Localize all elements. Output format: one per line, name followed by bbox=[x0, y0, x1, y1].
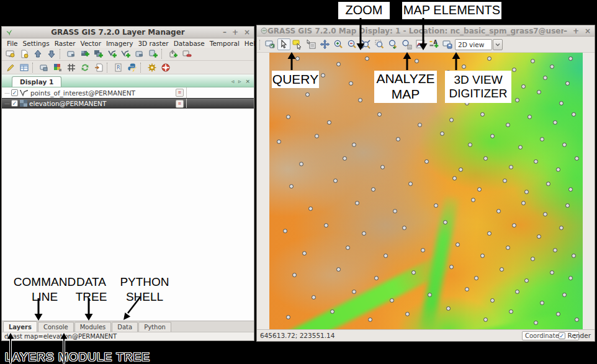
add-multiple-layers-button[interactable] bbox=[65, 48, 78, 60]
load-workspace-button[interactable] bbox=[45, 48, 58, 60]
map-display-window-icon bbox=[261, 27, 267, 34]
add-raster-button[interactable] bbox=[78, 48, 91, 60]
edit-vector-button[interactable] bbox=[4, 61, 17, 73]
layer-row-points-of-interest[interactable]: — ✓ points_of_interest@PERMANENT ≡ bbox=[2, 87, 254, 98]
menu-file[interactable]: File bbox=[4, 40, 20, 47]
poi-marker bbox=[474, 276, 478, 280]
layer-checkbox[interactable]: ✓ bbox=[11, 89, 18, 96]
previous-zoom-button[interactable] bbox=[387, 38, 400, 50]
poi-marker bbox=[324, 223, 328, 228]
add-raster-misc-button[interactable] bbox=[92, 48, 105, 60]
zoom-to-region-button[interactable] bbox=[373, 38, 386, 50]
toolbar-separator bbox=[140, 63, 143, 73]
add-vector-button[interactable] bbox=[105, 48, 119, 60]
menu-database[interactable]: Database bbox=[171, 40, 207, 47]
add-overlay-button[interactable] bbox=[146, 48, 159, 60]
layer-manager-toolbar-tools: R bbox=[2, 61, 254, 74]
render-map-button[interactable] bbox=[264, 38, 277, 50]
menu-raster[interactable]: Raster bbox=[52, 40, 78, 47]
pan-button[interactable] bbox=[318, 38, 331, 50]
menu-vector[interactable]: Vector bbox=[78, 40, 104, 47]
layer-label[interactable]: elevation@PERMANENT bbox=[29, 100, 106, 107]
composer-icon: R bbox=[114, 63, 123, 73]
arrow-up-icon bbox=[33, 49, 43, 59]
poi-marker bbox=[443, 220, 447, 224]
pointer-button[interactable] bbox=[277, 38, 290, 50]
display-tab[interactable]: Display 1 bbox=[12, 76, 61, 87]
layer-checkbox[interactable]: ✓ bbox=[11, 100, 18, 107]
delete-layer-button[interactable] bbox=[180, 48, 193, 60]
tab-layers[interactable]: Layers bbox=[3, 321, 37, 332]
zoom-in-button[interactable] bbox=[332, 38, 345, 50]
poi-marker bbox=[568, 56, 573, 61]
zoom-options-button[interactable] bbox=[400, 38, 413, 50]
cartographic-composer-button[interactable]: R bbox=[112, 61, 125, 73]
help-button[interactable] bbox=[159, 61, 172, 73]
poi-marker bbox=[446, 306, 451, 311]
tab-console[interactable]: Console bbox=[38, 322, 74, 332]
tree-branch: — bbox=[4, 90, 10, 96]
new-display-button[interactable] bbox=[37, 61, 50, 73]
map-elements-button[interactable]: A bbox=[428, 38, 441, 50]
open-workspace-button[interactable] bbox=[17, 48, 30, 60]
maximize-button[interactable]: + bbox=[232, 28, 238, 37]
display-close-button[interactable]: × bbox=[245, 78, 251, 84]
tab-modules[interactable]: Modules bbox=[74, 322, 112, 332]
layer-opacity-button[interactable]: ≡ bbox=[176, 100, 184, 108]
view-mode-dropdown-button[interactable] bbox=[493, 39, 503, 50]
poi-marker bbox=[390, 298, 394, 303]
georectify-button[interactable] bbox=[51, 61, 64, 73]
zoom-to-map-icon bbox=[361, 39, 371, 50]
close-button[interactable]: × bbox=[585, 27, 591, 35]
poi-marker bbox=[512, 223, 516, 228]
display-prev-button[interactable]: ◃ bbox=[231, 78, 236, 84]
poi-marker bbox=[299, 162, 303, 166]
tab-python[interactable]: Python bbox=[138, 322, 171, 332]
pencil-icon bbox=[6, 63, 16, 73]
run-script-button[interactable] bbox=[92, 61, 105, 73]
animation-icon bbox=[80, 63, 90, 73]
layer-opacity-button[interactable]: ≡ bbox=[176, 89, 184, 97]
zoom-out-button[interactable] bbox=[346, 38, 359, 50]
poi-marker bbox=[365, 56, 369, 61]
command-line-input[interactable]: d.rast map=elevation@PERMANENT bbox=[2, 332, 254, 340]
layer-label[interactable]: points_of_interest@PERMANENT bbox=[30, 89, 135, 97]
analyze-map-button[interactable] bbox=[414, 38, 427, 50]
poi-marker bbox=[286, 115, 290, 119]
close-button[interactable]: × bbox=[244, 28, 250, 37]
arrow-down-icon bbox=[47, 49, 56, 59]
graphical-modeler-button[interactable] bbox=[65, 61, 78, 73]
query-button[interactable] bbox=[291, 38, 304, 50]
select-features-button[interactable] bbox=[305, 38, 318, 50]
layer-row-elevation[interactable]: — ✓ elevation@PERMANENT ≡ bbox=[2, 98, 254, 109]
menu-settings[interactable]: Settings bbox=[20, 40, 52, 47]
zoom-to-map-button[interactable] bbox=[359, 38, 372, 50]
delete-layer-icon bbox=[182, 49, 192, 59]
map-display-title: GRASS GIS 7.2.0 Map Display: 1 - Locatio… bbox=[267, 27, 563, 35]
new-workspace-button[interactable] bbox=[4, 48, 17, 60]
attribute-table-button[interactable] bbox=[17, 61, 30, 73]
display-next-button[interactable]: ▹ bbox=[238, 78, 243, 84]
view-mode-select[interactable]: 2D view bbox=[455, 39, 492, 50]
menu-temporal[interactable]: Temporal bbox=[207, 40, 242, 47]
poi-marker bbox=[421, 248, 425, 252]
layer-manager-titlebar[interactable]: GRASS GIS 7.2.0 Layer Manager – + × bbox=[2, 27, 254, 38]
add-vector-misc-button[interactable] bbox=[119, 48, 132, 60]
poi-marker bbox=[565, 81, 570, 86]
maximize-button[interactable]: + bbox=[573, 27, 579, 35]
save-workspace-button[interactable] bbox=[31, 48, 44, 60]
minimize-button[interactable]: – bbox=[563, 27, 567, 35]
render-checkbox[interactable]: ✓ bbox=[559, 332, 565, 339]
animation-button[interactable] bbox=[78, 61, 91, 73]
python-console-button[interactable] bbox=[125, 61, 138, 73]
save-display-button[interactable] bbox=[441, 38, 454, 50]
settings-button[interactable] bbox=[145, 61, 158, 73]
menu-3d-raster[interactable]: 3D raster bbox=[135, 40, 171, 47]
poi-marker bbox=[312, 295, 316, 300]
import-data-button[interactable] bbox=[166, 48, 179, 60]
map-display-titlebar[interactable]: GRASS GIS 7.2.0 Map Display: 1 - Locatio… bbox=[257, 25, 595, 37]
minimize-button[interactable]: – bbox=[223, 28, 227, 37]
menu-imagery[interactable]: Imagery bbox=[104, 40, 135, 47]
add-group-button[interactable] bbox=[133, 48, 146, 60]
tab-data[interactable]: Data bbox=[112, 322, 138, 332]
